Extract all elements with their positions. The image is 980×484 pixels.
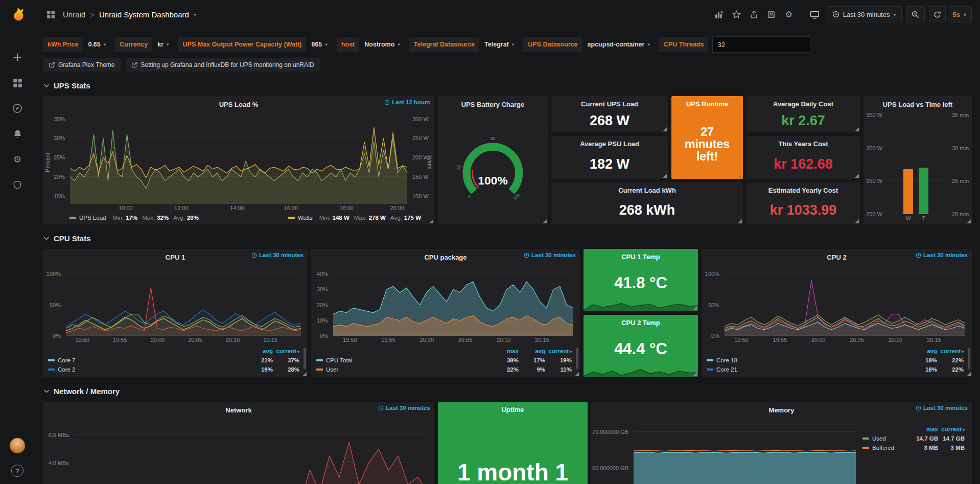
user-avatar[interactable] xyxy=(10,438,25,453)
legend-sort-max[interactable]: max xyxy=(492,348,519,354)
cpu1-plot[interactable] xyxy=(66,268,301,336)
panel-header[interactable]: Estimated Yearly Cost xyxy=(746,182,860,196)
legend-item[interactable]: WattsMin:148 WMax:278 WAvg:175 W xyxy=(288,215,421,221)
create-icon[interactable] xyxy=(11,51,24,63)
cpu-package-chart[interactable]: 40%30%20%10%0%19:5019:5520:0020:0520:102… xyxy=(313,264,578,346)
explore-icon[interactable] xyxy=(11,102,24,114)
panel-header[interactable]: Uptime xyxy=(438,402,588,415)
panel-resize-handle[interactable] xyxy=(663,174,667,178)
time-range-badge[interactable]: Last 30 minutes xyxy=(378,405,430,411)
legend-item[interactable]: Used xyxy=(862,435,912,442)
time-range-badge[interactable]: Last 12 hours xyxy=(384,99,430,105)
cycle-view-tv-icon[interactable] xyxy=(807,7,823,21)
panel-resize-handle[interactable] xyxy=(967,372,971,376)
legend-item[interactable]: Core 18 xyxy=(707,357,911,363)
refresh-interval-picker[interactable]: 5s ▾ xyxy=(948,6,972,22)
panel-header[interactable]: UPS Runtime xyxy=(671,96,743,109)
memory-plot[interactable] xyxy=(634,421,856,484)
panel-resize-handle[interactable] xyxy=(302,372,307,376)
panel-resize-handle[interactable] xyxy=(738,174,742,178)
legend-item[interactable]: Core 7 xyxy=(48,357,246,363)
ups-battery-gauge[interactable]: 02050100100% xyxy=(439,111,546,224)
dashboards-icon[interactable] xyxy=(11,77,24,89)
panel-header[interactable]: UPS Battery Charge xyxy=(438,96,548,111)
legend-scrollbar[interactable] xyxy=(968,348,970,369)
panel-resize-handle[interactable] xyxy=(855,174,859,178)
panel-header[interactable]: This Years Cost xyxy=(746,136,860,149)
panel-resize-handle[interactable] xyxy=(429,219,433,223)
panel-header[interactable]: Memory Last 30 minutes xyxy=(591,402,972,417)
section-ups-stats[interactable]: UPS Stats xyxy=(43,78,972,93)
ups-load-chart[interactable]: 35%30%25%20%15%300 W250 W200 W150 W100 W… xyxy=(44,111,433,214)
ups_load_vs_time-plot[interactable] xyxy=(888,115,947,214)
ups-load-vs-time-chart[interactable]: 350 W300 W250 W200 W35 min30 min25 min20… xyxy=(865,111,970,224)
grafana-logo[interactable] xyxy=(8,6,27,25)
panel-header[interactable]: Average PSU Load xyxy=(551,136,668,149)
panel-header[interactable]: UPS Load % Last 12 hours xyxy=(43,96,434,111)
server-admin-shield-icon[interactable] xyxy=(11,179,24,191)
dashboard-variable[interactable]: UPS Datasourceapcupsd-container▾ xyxy=(523,37,650,52)
legend-sort-current[interactable]: current▾ xyxy=(545,348,572,354)
panel-resize-handle[interactable] xyxy=(967,219,971,223)
legend-scrollbar[interactable] xyxy=(304,348,306,369)
legend-sort-avg[interactable]: avg xyxy=(519,348,545,354)
variable-value[interactable]: apcupsd-container xyxy=(582,41,648,48)
panel-resize-handle[interactable] xyxy=(738,219,742,223)
dashboard-variable[interactable]: kWh Price0.65▾ xyxy=(43,37,106,52)
time-range-badge[interactable]: Last 30 minutes xyxy=(251,252,304,258)
panel-header[interactable]: CPU 2 Temp xyxy=(584,315,698,328)
legend-item[interactable]: User xyxy=(316,366,492,373)
panel-resize-handle[interactable] xyxy=(575,372,579,376)
variable-value[interactable]: 865 xyxy=(306,41,325,48)
legend-item[interactable]: Core 2 xyxy=(48,366,246,373)
cpu_package-plot[interactable] xyxy=(333,268,573,336)
dashboard-variable[interactable]: Telegraf DatasourceTelegraf▾ xyxy=(409,37,515,52)
zoom-out-button[interactable] xyxy=(906,6,925,22)
legend-sort-current[interactable]: current▾ xyxy=(937,348,964,354)
cpu2-plot[interactable] xyxy=(725,268,965,336)
legend-item[interactable]: CPU Total xyxy=(316,357,492,363)
cpu2-chart[interactable]: 100%50%0%19:5019:5520:0020:0520:1020:15 xyxy=(703,264,970,346)
save-icon[interactable] xyxy=(764,7,779,21)
panel-header[interactable]: Network Last 30 minutes xyxy=(43,402,434,417)
refresh-button[interactable] xyxy=(929,6,946,22)
panel-resize-handle[interactable] xyxy=(693,372,697,376)
dashboard-settings-gear-icon[interactable]: ⚙ xyxy=(781,7,797,21)
variable-value[interactable]: kr xyxy=(152,41,167,48)
time-range-badge[interactable]: Last 30 minutes xyxy=(916,405,968,411)
network-plot[interactable] xyxy=(74,421,428,484)
memory-chart[interactable]: 70.000000 GB60.000000 GB50.000000 GB19:5… xyxy=(593,417,861,484)
star-icon[interactable] xyxy=(729,7,744,21)
ups_battery-svg[interactable]: 02050100100% xyxy=(439,111,546,224)
dashboard-variable[interactable]: hostNostromo▾ xyxy=(337,37,400,52)
panel-resize-handle[interactable] xyxy=(693,306,697,310)
ups_load-plot[interactable] xyxy=(70,115,407,204)
chevron-down-icon[interactable]: ▾ xyxy=(194,12,196,17)
legend-item[interactable]: Buffered xyxy=(862,445,912,451)
legend-item[interactable]: Core 21 xyxy=(707,366,911,373)
alerting-bell-icon[interactable] xyxy=(11,128,24,140)
section-cpu-stats[interactable]: CPU Stats xyxy=(43,231,972,246)
variable-value[interactable]: 0.65 xyxy=(83,41,103,48)
time-range-badge[interactable]: Last 30 minutes xyxy=(524,252,576,258)
panel-header[interactable]: CPU 1 Last 30 minutes xyxy=(43,249,308,264)
panel-resize-handle[interactable] xyxy=(543,219,547,223)
panel-header[interactable]: CPU package Last 30 minutes xyxy=(311,249,580,264)
network-chart[interactable]: 6.0 MBs4.0 MBs2.0 MBs0 MBs19:5019:5520:0… xyxy=(44,417,433,484)
legend-sort-current[interactable]: current▾ xyxy=(938,426,965,432)
panel-header[interactable]: Current Load kWh xyxy=(551,182,743,196)
section-network-memory[interactable]: Network / Memory xyxy=(43,383,972,399)
variable-input[interactable] xyxy=(712,36,810,53)
dashboard-variable[interactable]: CPU Threads xyxy=(659,37,811,52)
panel-header[interactable]: Average Daily Cost xyxy=(746,96,860,109)
legend-sort-max[interactable]: max xyxy=(912,426,938,432)
breadcrumb-folder[interactable]: Unraid xyxy=(63,10,85,19)
variable-value[interactable]: Nostromo xyxy=(359,41,398,48)
legend-item[interactable]: UPS LoadMin:17%Max:32%Avg:20% xyxy=(69,215,199,221)
legend-sort-avg[interactable]: avg xyxy=(246,348,273,354)
panel-resize-handle[interactable] xyxy=(855,219,859,223)
dashboard-variable[interactable]: Currencykr▾ xyxy=(115,37,169,52)
share-icon[interactable] xyxy=(746,7,762,21)
help-icon[interactable]: ? xyxy=(11,465,24,477)
panel-resize-handle[interactable] xyxy=(855,127,859,131)
